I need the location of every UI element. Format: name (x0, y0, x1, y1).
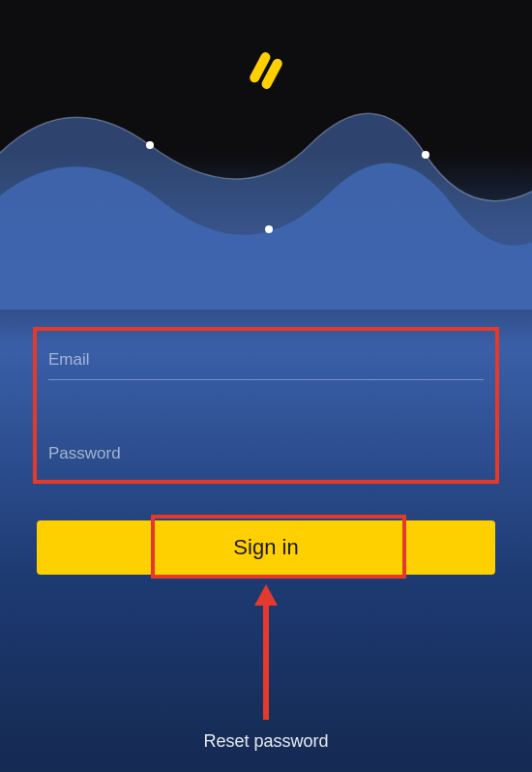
annotation-arrow (252, 584, 280, 720)
svg-point-0 (146, 141, 154, 149)
svg-point-2 (422, 151, 429, 159)
app-logo-icon (242, 46, 290, 95)
email-field[interactable] (48, 344, 484, 380)
signin-button-wrap: Sign in (37, 520, 495, 575)
svg-point-1 (265, 225, 273, 233)
password-field[interactable] (48, 438, 484, 473)
reset-password-link[interactable]: Reset password (203, 731, 328, 752)
login-form-highlight (33, 327, 499, 484)
signin-button[interactable]: Sign in (37, 520, 495, 575)
password-field-wrap (48, 438, 484, 473)
svg-marker-7 (254, 584, 278, 606)
email-field-wrap (48, 344, 484, 380)
